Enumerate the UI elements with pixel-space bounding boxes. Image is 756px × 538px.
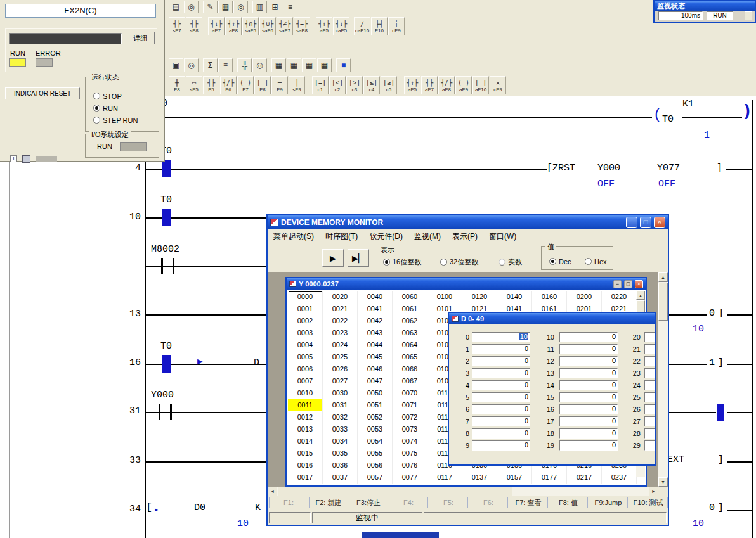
dmm-menu-item[interactable]: 时序图(T) bbox=[320, 229, 363, 244]
y-cell-0077[interactable]: 0077 bbox=[393, 471, 427, 484]
ladder-tool-cF9[interactable]: ┆cF9 bbox=[388, 17, 405, 35]
instruction-zrst[interactable]: [ZRST bbox=[547, 163, 575, 174]
ladder-tool-saF6[interactable]: ┤∪├saF6 bbox=[259, 17, 276, 35]
d-value-field-8[interactable]: 0 bbox=[472, 428, 530, 439]
y-window-titlebar[interactable]: Y 0000-0237 − □ × bbox=[287, 278, 646, 290]
edit-cursor[interactable]: ▶ bbox=[197, 357, 203, 368]
d-value-field-3[interactable]: 0 bbox=[472, 368, 530, 378]
cross-ref-icon[interactable]: ╬ bbox=[237, 58, 252, 72]
find-icon[interactable]: ◎ bbox=[233, 1, 248, 13]
radio-hex-circle[interactable] bbox=[585, 258, 592, 265]
detail-button[interactable]: 详细 bbox=[126, 32, 155, 44]
dmm-menu-item[interactable]: 软元件(D) bbox=[363, 229, 408, 244]
contact-label[interactable]: T0 bbox=[160, 341, 172, 352]
dmm-menu-item[interactable]: 表示(P) bbox=[446, 229, 483, 244]
y-cell-0022[interactable]: 0022 bbox=[323, 315, 358, 327]
y-cell-0020[interactable]: 0020 bbox=[323, 291, 358, 303]
ladder-tool-aF10[interactable]: [ ]aF10 bbox=[472, 76, 489, 94]
ladder-tool-c3[interactable]: [>]c3 bbox=[346, 76, 363, 94]
y-cell-0074[interactable]: 0074 bbox=[393, 435, 427, 447]
d-value-field-24[interactable]: 0 bbox=[644, 380, 656, 390]
taskbar-fragment[interactable] bbox=[362, 532, 439, 538]
y-cell-0016[interactable]: 0016 bbox=[288, 459, 323, 471]
monitor-start-button[interactable]: ▶ bbox=[322, 249, 344, 267]
contact-t0-energized[interactable] bbox=[162, 355, 171, 373]
maximize-button[interactable]: □ bbox=[640, 217, 651, 228]
contact-label[interactable]: T0 bbox=[160, 195, 172, 205]
d-value-field-23[interactable]: 0 bbox=[644, 368, 656, 378]
ladder-tool-c4[interactable]: [≤]c4 bbox=[363, 76, 380, 94]
ladder-tool-sF7[interactable]: ┤├sF7 bbox=[169, 17, 185, 35]
ladder-view-icon[interactable]: ▤ bbox=[169, 1, 183, 13]
scroll-up-button[interactable]: ▲ bbox=[658, 272, 668, 282]
minimize-button[interactable]: − bbox=[626, 217, 637, 228]
y-cell-0027[interactable]: 0027 bbox=[323, 375, 358, 387]
y-cell-0042[interactable]: 0042 bbox=[358, 315, 393, 327]
d-value-field-15[interactable]: 0 bbox=[559, 392, 618, 402]
y-cell-0052[interactable]: 0052 bbox=[358, 411, 393, 423]
y-cell-0054[interactable]: 0054 bbox=[358, 435, 393, 447]
ladder-tool-aF9[interactable]: ( )aF9 bbox=[455, 76, 472, 94]
dmm-titlebar[interactable]: DEVICE MEMORY MONITOR − □ × bbox=[268, 215, 668, 229]
d-value-field-16[interactable]: 0 bbox=[559, 404, 618, 414]
y-cell-0031[interactable]: 0031 bbox=[323, 399, 358, 411]
monitor-start-all-button[interactable]: ▶▏ bbox=[348, 249, 369, 267]
y-cell-0160[interactable]: 0160 bbox=[532, 291, 567, 303]
ladder-tool-aF5[interactable]: ┤↑├aF5 bbox=[404, 76, 420, 94]
y-cell-0026[interactable]: 0026 bbox=[323, 363, 358, 375]
ladder-tool-saF5[interactable]: ┤∩├saF5 bbox=[242, 17, 259, 35]
y-cell-0030[interactable]: 0030 bbox=[323, 387, 358, 399]
d-value-field-5[interactable]: 0 bbox=[472, 392, 530, 402]
y-cell-0066[interactable]: 0066 bbox=[393, 363, 427, 375]
d-value-field-12[interactable]: 0 bbox=[559, 356, 618, 366]
y-cell-0047[interactable]: 0047 bbox=[358, 375, 393, 387]
y-cell-0045[interactable]: 0045 bbox=[358, 351, 393, 363]
contact-label[interactable]: M8002 bbox=[151, 244, 179, 255]
d-value-field-7[interactable]: 0 bbox=[472, 416, 530, 426]
fkey-2[interactable]: F2: 新建 bbox=[309, 497, 348, 508]
y-cell-0140[interactable]: 0140 bbox=[497, 291, 532, 303]
y-cell-0017[interactable]: 0017 bbox=[288, 471, 323, 484]
y-cell-0003[interactable]: 0003 bbox=[288, 327, 323, 339]
device-grid4-icon[interactable]: ▦ bbox=[317, 58, 332, 72]
panel-splitter[interactable] bbox=[9, 96, 10, 538]
contact-y000-open[interactable] bbox=[170, 404, 172, 420]
blue-frame-icon[interactable]: ■ bbox=[336, 58, 351, 72]
y-cell-0057[interactable]: 0057 bbox=[358, 471, 393, 484]
y-cell-0005[interactable]: 0005 bbox=[288, 351, 323, 363]
dmm-menu-item[interactable]: 监视(M) bbox=[408, 229, 446, 244]
indicator-reset-button[interactable]: INDICATOR RESET bbox=[5, 87, 80, 99]
contact-m8002-open[interactable] bbox=[173, 258, 174, 274]
operand-y000[interactable]: Y000 bbox=[597, 163, 620, 174]
ladder-tool-F5[interactable]: ┤├F5 bbox=[203, 76, 219, 94]
y-cell-0120[interactable]: 0120 bbox=[462, 291, 497, 303]
fkey-4[interactable]: F4: bbox=[389, 497, 428, 508]
device-grid3-icon[interactable]: ▦ bbox=[302, 58, 316, 72]
d-value-field-17[interactable]: 0 bbox=[559, 416, 618, 426]
y-cell-0023[interactable]: 0023 bbox=[323, 327, 358, 339]
radio-dec[interactable]: Dec bbox=[549, 255, 571, 267]
d-value-field-19[interactable]: 0 bbox=[559, 440, 618, 451]
y-cell-0100[interactable]: 0100 bbox=[427, 291, 462, 303]
ladder-tool-F7[interactable]: ( )F7 bbox=[237, 76, 254, 94]
search-icon[interactable]: ◎ bbox=[252, 58, 267, 72]
radio-run-circle[interactable] bbox=[93, 105, 100, 112]
y-cell-0000[interactable]: 0000 bbox=[288, 291, 323, 303]
ladder-tool-caF5[interactable]: ┤↓├caF5 bbox=[333, 17, 349, 35]
radio-16bit[interactable]: 16位整数 bbox=[383, 256, 421, 267]
radio-real-circle[interactable] bbox=[499, 259, 505, 266]
operand-y077[interactable]: Y077 bbox=[657, 163, 680, 174]
y-cell-0007[interactable]: 0007 bbox=[288, 375, 323, 387]
y-cell-0037[interactable]: 0037 bbox=[323, 471, 358, 484]
y-cell-0006[interactable]: 0006 bbox=[288, 363, 323, 375]
y-cell-0064[interactable]: 0064 bbox=[393, 339, 427, 351]
y-cell-0004[interactable]: 0004 bbox=[288, 339, 323, 351]
y-cell-0011[interactable]: 0011 bbox=[288, 399, 323, 411]
y-cell-0046[interactable]: 0046 bbox=[358, 363, 393, 375]
ladder-tool-F6[interactable]: ┤/├F6 bbox=[220, 76, 237, 94]
y-cell-0062[interactable]: 0062 bbox=[393, 315, 427, 327]
d-value-field-21[interactable]: 0 bbox=[644, 344, 656, 354]
d-value-field-14[interactable]: 0 bbox=[559, 380, 618, 390]
list-icon[interactable]: ≡ bbox=[218, 58, 233, 72]
monitor-status-button[interactable] bbox=[745, 11, 752, 20]
